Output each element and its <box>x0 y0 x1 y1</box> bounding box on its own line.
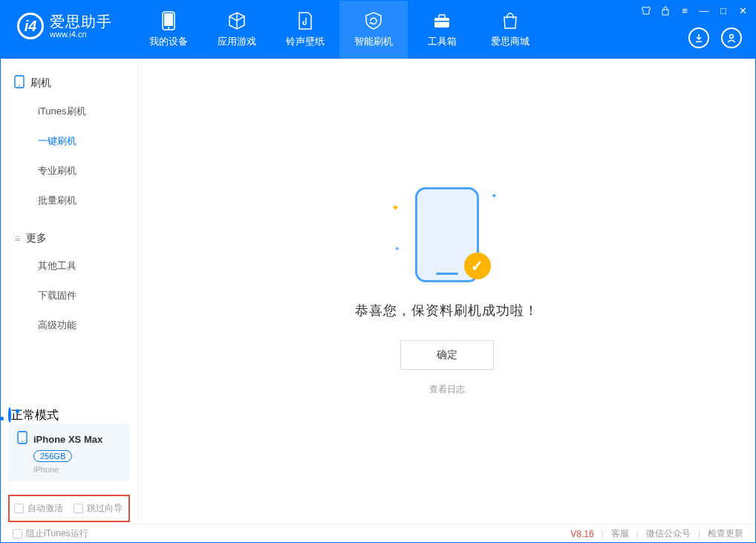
bag-icon <box>501 11 520 30</box>
status-bar: 阻止iTunes运行 V8.16 | 客服 | 微信公众号 | 检查更新 <box>1 524 755 543</box>
svg-rect-5 <box>434 21 449 22</box>
section-title: 刷机 <box>30 77 51 90</box>
sidebar-item-oneclick-flash[interactable]: 一键刷机 <box>1 126 137 156</box>
sidebar-item-itunes-flash[interactable]: iTunes刷机 <box>1 97 137 126</box>
checkbox-block-itunes[interactable]: 阻止iTunes运行 <box>13 527 88 540</box>
music-file-icon <box>296 11 315 30</box>
separator: | <box>698 529 700 539</box>
device-capacity: 256GB <box>33 450 72 462</box>
main-nav: 我的设备 应用游戏 铃声壁纸 智能刷机 工具箱 爱思商城 <box>134 1 544 59</box>
header-actions <box>688 27 742 48</box>
sidebar-section-flash: 刷机 iTunes刷机 一键刷机 专业刷机 批量刷机 <box>1 59 137 215</box>
app-url: www.i4.cn <box>50 30 112 39</box>
nav-my-device[interactable]: 我的设备 <box>134 1 203 59</box>
window-controls: ≡ ― □ ✕ <box>641 5 748 16</box>
sidebar-section-more: ≡ 更多 其他工具 下载固件 高级功能 <box>1 215 137 340</box>
sidebar: 刷机 iTunes刷机 一键刷机 专业刷机 批量刷机 ≡ 更多 其他工具 下载固… <box>1 59 138 524</box>
svg-point-2 <box>168 27 169 28</box>
sparkle-icon: ✦ <box>491 192 497 200</box>
menu-icon[interactable]: ≡ <box>680 5 690 16</box>
app-body: 刷机 iTunes刷机 一键刷机 专业刷机 批量刷机 ≡ 更多 其他工具 下载固… <box>1 59 755 524</box>
checkbox-box-icon <box>74 504 83 513</box>
footer-right: V8.16 | 客服 | 微信公众号 | 检查更新 <box>570 527 743 540</box>
sidebar-item-other-tools[interactable]: 其他工具 <box>1 251 137 281</box>
sidebar-item-batch-flash[interactable]: 批量刷机 <box>1 186 137 215</box>
logo-area: i4 爱思助手 www.i4.cn <box>1 1 127 39</box>
nav-label: 我的设备 <box>149 35 188 48</box>
sidebar-item-pro-flash[interactable]: 专业刷机 <box>1 156 137 186</box>
device-info-box[interactable]: iPhone XS Max 256GB iPhone <box>8 423 130 481</box>
success-illustration: ✓ ✦ ✦ ✦ <box>399 187 495 284</box>
sidebar-item-download-fw[interactable]: 下载固件 <box>1 281 137 310</box>
svg-point-7 <box>730 35 734 39</box>
checkbox-box-icon <box>13 529 22 539</box>
cube-icon <box>227 11 247 30</box>
sparkle-icon: ✦ <box>391 202 400 213</box>
footer-link-update[interactable]: 检查更新 <box>708 527 743 540</box>
nav-label: 应用游戏 <box>218 35 256 48</box>
logo-text: 爱思助手 www.i4.cn <box>50 13 112 39</box>
list-icon: ≡ <box>14 233 20 244</box>
nav-toolbox[interactable]: 工具箱 <box>408 1 476 59</box>
separator: | <box>602 529 604 539</box>
checkbox-label: 自动激活 <box>27 502 63 515</box>
phone-icon <box>159 11 178 30</box>
section-title: 更多 <box>26 232 47 245</box>
sidebar-header-more: ≡ 更多 <box>1 226 137 251</box>
version-label: V8.16 <box>570 529 593 539</box>
options-highlight-box: 自动激活 跳过向导 <box>8 495 130 522</box>
nav-label: 智能刷机 <box>354 35 393 48</box>
separator: | <box>636 529 639 539</box>
device-mode-box[interactable]: 正常模式 <box>8 408 130 423</box>
user-button[interactable] <box>721 27 742 48</box>
main-content: ✓ ✦ ✦ ✦ 恭喜您，保资料刷机成功啦！ 确定 查看日志 <box>138 59 755 524</box>
close-icon[interactable]: ✕ <box>737 5 748 16</box>
check-badge-icon: ✓ <box>464 253 491 279</box>
checkbox-label: 阻止iTunes运行 <box>26 527 88 540</box>
ok-button[interactable]: 确定 <box>400 340 494 370</box>
nav-label: 爱思商城 <box>491 35 529 48</box>
checkbox-box-icon <box>14 504 24 513</box>
nav-wallpaper[interactable]: 铃声壁纸 <box>271 1 339 59</box>
svg-rect-1 <box>164 13 173 26</box>
logo-icon: i4 <box>17 13 44 39</box>
download-button[interactable] <box>688 27 709 48</box>
sidebar-header-flash: 刷机 <box>1 69 137 97</box>
nav-store[interactable]: 爱思商城 <box>476 1 544 59</box>
app-header: i4 爱思助手 www.i4.cn 我的设备 应用游戏 铃声壁纸 智能刷机 工具… <box>1 1 755 59</box>
nav-label: 工具箱 <box>428 35 457 48</box>
svg-rect-3 <box>434 18 449 27</box>
svg-point-11 <box>22 441 23 443</box>
mode-icon <box>8 407 11 423</box>
svg-rect-6 <box>662 10 668 15</box>
device-type: iPhone <box>33 465 121 474</box>
checkbox-label: 跳过向导 <box>87 502 123 515</box>
svg-rect-4 <box>439 15 445 19</box>
nav-label: 铃声壁纸 <box>286 35 325 48</box>
toolbox-icon <box>432 11 452 30</box>
sparkle-icon: ✦ <box>394 245 400 253</box>
sidebar-item-advanced[interactable]: 高级功能 <box>1 310 137 340</box>
checkbox-skip-guide[interactable]: 跳过向导 <box>74 502 123 515</box>
view-log-link[interactable]: 查看日志 <box>429 383 465 396</box>
minimize-icon[interactable]: ― <box>699 5 709 16</box>
nav-flash[interactable]: 智能刷机 <box>339 1 408 59</box>
footer-link-support[interactable]: 客服 <box>611 527 629 540</box>
device-panel: 正常模式 iPhone XS Max 256GB iPhone <box>1 400 137 489</box>
phone-small-icon <box>17 431 27 447</box>
nav-apps[interactable]: 应用游戏 <box>203 1 271 59</box>
tshirt-icon[interactable] <box>641 5 651 16</box>
checkbox-auto-activate[interactable]: 自动激活 <box>14 502 63 515</box>
success-title: 恭喜您，保资料刷机成功啦！ <box>355 302 538 319</box>
refresh-shield-icon <box>364 11 383 30</box>
lock-icon[interactable] <box>660 5 671 16</box>
footer-link-wechat[interactable]: 微信公众号 <box>646 527 691 540</box>
svg-point-9 <box>19 85 20 87</box>
app-title: 爱思助手 <box>50 13 112 30</box>
maximize-icon[interactable]: □ <box>718 5 729 16</box>
device-icon <box>14 75 25 91</box>
device-name: iPhone XS Max <box>33 434 102 445</box>
